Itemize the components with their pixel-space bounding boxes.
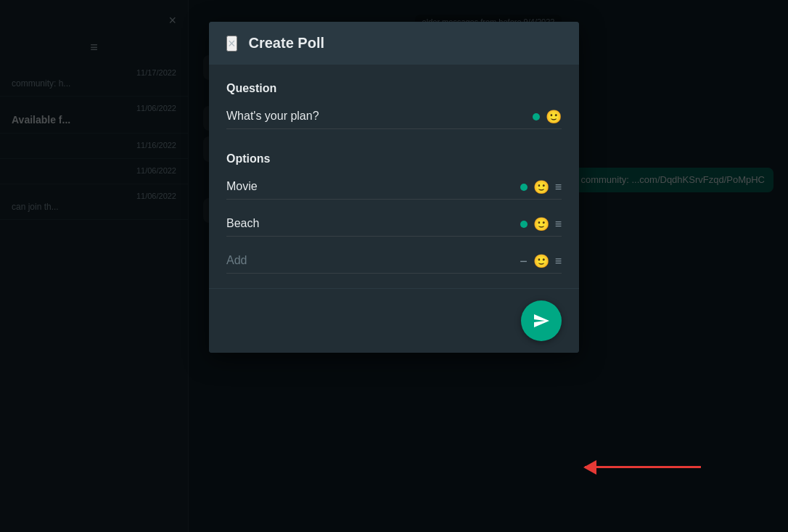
question-input-icons: 🙂 [533,109,562,125]
option-3-input[interactable] [226,251,562,274]
option-2-icons: 🙂 ≡ [520,216,562,232]
question-section-label: Question [226,82,562,95]
emoji-icon[interactable]: 🙂 [546,109,562,125]
question-input[interactable] [226,107,562,129]
drag-handle-icon[interactable]: ≡ [555,181,562,194]
arrow-head [583,460,596,475]
question-field-wrap: 🙂 [226,107,562,129]
modal-title: Create Poll [249,35,324,52]
drag-handle-icon[interactable]: ≡ [555,255,562,268]
options-section-label: Options [226,152,562,165]
create-poll-modal: × Create Poll Question 🙂 Options [209,22,579,353]
modal-body: Question 🙂 Options 🙂 ≡ [209,65,579,288]
emoji-icon[interactable]: 🙂 [533,179,549,195]
option-item-2: 🙂 ≡ [226,214,562,237]
options-section: Options 🙂 ≡ 🙂 ≡ [226,152,562,274]
option-1-input[interactable] [226,177,562,200]
option-2-input[interactable] [226,214,562,237]
option-item-3: − 🙂 ≡ [226,251,562,274]
option-item-1: 🙂 ≡ [226,177,562,200]
modal-footer [209,288,579,353]
minus-icon[interactable]: − [520,254,528,269]
send-icon [533,312,550,330]
option-3-icons: − 🙂 ≡ [520,253,562,269]
emoji-icon[interactable]: 🙂 [533,216,549,232]
modal-close-button[interactable]: × [226,36,237,52]
drag-handle-icon[interactable]: ≡ [555,218,562,231]
active-indicator [520,184,528,191]
modal-header: × Create Poll [209,22,579,65]
emoji-icon[interactable]: 🙂 [533,253,549,269]
active-indicator [533,113,540,120]
modal-container: × Create Poll Question 🙂 Options [0,0,788,532]
arrow-annotation [585,466,701,468]
send-poll-button[interactable] [521,300,562,341]
close-icon: × [228,36,236,51]
option-1-icons: 🙂 ≡ [520,179,562,195]
arrow-line [585,466,701,468]
active-indicator [520,221,528,228]
